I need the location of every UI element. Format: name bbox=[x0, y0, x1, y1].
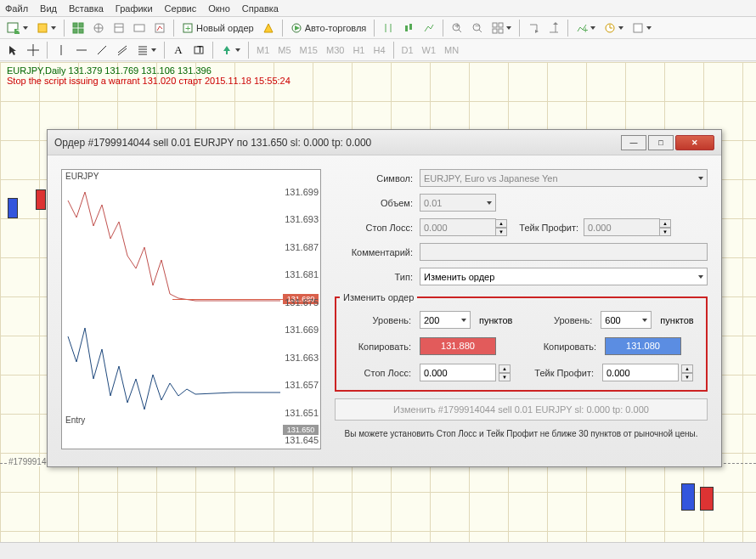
svg-rect-22 bbox=[405, 25, 408, 31]
data-window-icon[interactable] bbox=[110, 20, 128, 37]
type-select[interactable]: Изменить ордер bbox=[420, 268, 708, 285]
zoom-in-icon[interactable]: + bbox=[448, 20, 466, 37]
order-dialog: Ордер #1799914044 sell 0.01 EURJPY по 13… bbox=[47, 129, 722, 467]
volume-label: Объем: bbox=[335, 198, 420, 208]
metaeditor-icon[interactable] bbox=[259, 20, 278, 37]
sl-spinner[interactable]: ▲▼ bbox=[495, 219, 507, 236]
chart-candles bbox=[681, 483, 714, 511]
cursor-icon[interactable] bbox=[3, 42, 22, 59]
autotrade-button[interactable]: Авто-торговля bbox=[287, 20, 370, 37]
indicators-icon[interactable]: + bbox=[573, 20, 599, 37]
chart-shift-icon[interactable] bbox=[544, 20, 563, 37]
dialog-titlebar[interactable]: Ордер #1799914044 sell 0.01 EURJPY по 13… bbox=[48, 130, 721, 155]
dialog-title: Ордер #1799914044 sell 0.01 EURJPY по 13… bbox=[54, 137, 619, 149]
menu-charts[interactable]: Графики bbox=[116, 3, 153, 14]
msl-input[interactable]: 0.000 bbox=[420, 364, 496, 381]
symbol-select[interactable]: EURJPY, Euro vs Japanese Yen bbox=[420, 169, 708, 187]
strategy-tester-icon[interactable] bbox=[150, 20, 169, 37]
tf-h1[interactable]: H1 bbox=[349, 42, 368, 59]
level1-select[interactable]: 200 bbox=[420, 311, 471, 329]
sl-input[interactable]: 0.000 bbox=[420, 218, 496, 236]
vertical-line-icon[interactable] bbox=[52, 42, 71, 59]
maximize-button[interactable]: □ bbox=[648, 135, 674, 150]
note-text: Вы можете установить Стоп Лосс и Тейк Пр… bbox=[335, 429, 708, 438]
chart-info: EURJPY,Daily 131.379 131.769 131.106 131… bbox=[7, 65, 291, 86]
horizontal-line-icon[interactable] bbox=[72, 42, 91, 59]
fibo-icon[interactable] bbox=[133, 42, 160, 59]
menu-file[interactable]: Файл bbox=[5, 3, 28, 14]
barchart-icon[interactable] bbox=[379, 20, 398, 37]
channel-icon[interactable] bbox=[113, 42, 132, 59]
tf-d1[interactable]: D1 bbox=[398, 42, 417, 59]
tp-label: Тейк Профит: bbox=[507, 223, 584, 233]
modify-order-button[interactable]: Изменить #1799914044 sell 0.01 EURJPY sl… bbox=[335, 398, 708, 421]
tf-m5[interactable]: M5 bbox=[274, 42, 294, 59]
menu-insert[interactable]: Вставка bbox=[69, 3, 104, 14]
chart-candle bbox=[36, 189, 46, 210]
svg-text:−: − bbox=[475, 22, 480, 31]
text-label-icon[interactable]: T bbox=[189, 42, 208, 59]
svg-rect-32 bbox=[493, 29, 497, 33]
level2-label: Уровень: bbox=[521, 315, 597, 325]
mtp-input[interactable]: 0.000 bbox=[602, 364, 679, 381]
trendline-icon[interactable] bbox=[93, 42, 111, 59]
svg-marker-17 bbox=[264, 24, 273, 32]
svg-rect-33 bbox=[499, 29, 503, 33]
zoom-out-icon[interactable]: − bbox=[468, 20, 487, 37]
tf-m1[interactable]: M1 bbox=[253, 42, 273, 59]
tp-input[interactable]: 0.000 bbox=[584, 218, 660, 236]
price-axis: 131.699131.693 131.687131.681 131.675131… bbox=[285, 187, 319, 445]
pts-label: пунктов bbox=[479, 315, 512, 325]
menu-help[interactable]: Справка bbox=[242, 3, 279, 14]
linechart-icon[interactable] bbox=[420, 20, 438, 37]
market-watch-icon[interactable] bbox=[69, 20, 87, 37]
svg-text:T: T bbox=[197, 44, 203, 54]
text-icon[interactable]: A bbox=[169, 42, 188, 59]
crosshair-icon[interactable] bbox=[24, 42, 42, 59]
copy-tp-button[interactable]: 131.080 bbox=[605, 337, 681, 355]
menu-service[interactable]: Сервис bbox=[165, 3, 197, 14]
pts-label: пунктов bbox=[660, 315, 693, 325]
svg-rect-23 bbox=[409, 24, 412, 30]
menu-window[interactable]: Окно bbox=[208, 3, 230, 14]
modify-legend: Изменить ордер bbox=[340, 292, 417, 302]
tp-spinner[interactable]: ▲▼ bbox=[659, 219, 671, 236]
autoscroll-icon[interactable] bbox=[524, 20, 543, 37]
profiles-icon[interactable] bbox=[33, 20, 59, 37]
tf-m30[interactable]: M30 bbox=[323, 42, 347, 59]
close-button[interactable]: ✕ bbox=[675, 135, 714, 150]
new-chart-icon[interactable]: + bbox=[3, 20, 31, 37]
tf-m15[interactable]: M15 bbox=[296, 42, 321, 59]
terminal-icon[interactable] bbox=[130, 20, 149, 37]
copy1-label: Копировать: bbox=[340, 342, 416, 352]
candles-icon[interactable] bbox=[399, 20, 418, 37]
svg-text:+: + bbox=[185, 23, 190, 33]
msl-label: Стоп Лосс: bbox=[340, 368, 416, 378]
level2-select[interactable]: 600 bbox=[601, 311, 652, 329]
svg-line-48 bbox=[98, 46, 106, 54]
level1-label: Уровень: bbox=[340, 315, 416, 325]
svg-rect-31 bbox=[499, 23, 503, 27]
navigator-icon[interactable] bbox=[89, 20, 108, 37]
svg-rect-5 bbox=[79, 23, 83, 27]
templates-icon[interactable] bbox=[629, 20, 655, 37]
mtp-spinner[interactable]: ▲▼ bbox=[681, 364, 693, 381]
msl-spinner[interactable]: ▲▼ bbox=[499, 364, 511, 381]
tf-h4[interactable]: H4 bbox=[370, 42, 388, 59]
volume-select[interactable]: 0.01 bbox=[420, 194, 496, 212]
copy-sl-button[interactable]: 131.880 bbox=[420, 337, 496, 355]
status-bar bbox=[0, 542, 756, 559]
svg-rect-13 bbox=[134, 25, 144, 31]
arrows-icon[interactable] bbox=[217, 42, 244, 59]
tick-chart: EURJPY Entry 131.680 131.650 131.699131.… bbox=[61, 169, 321, 449]
new-order-button[interactable]: +Новый ордер bbox=[178, 20, 257, 37]
tf-w1[interactable]: W1 bbox=[419, 42, 440, 59]
minimize-button[interactable]: — bbox=[621, 135, 646, 150]
periods-icon[interactable] bbox=[601, 20, 627, 37]
menu-view[interactable]: Вид bbox=[40, 3, 57, 14]
comment-input[interactable] bbox=[420, 243, 708, 261]
type-label: Тип: bbox=[335, 272, 420, 282]
tf-mn[interactable]: MN bbox=[441, 42, 462, 59]
windows-tile-icon[interactable] bbox=[488, 20, 515, 37]
copy2-label: Копировать: bbox=[525, 342, 601, 352]
